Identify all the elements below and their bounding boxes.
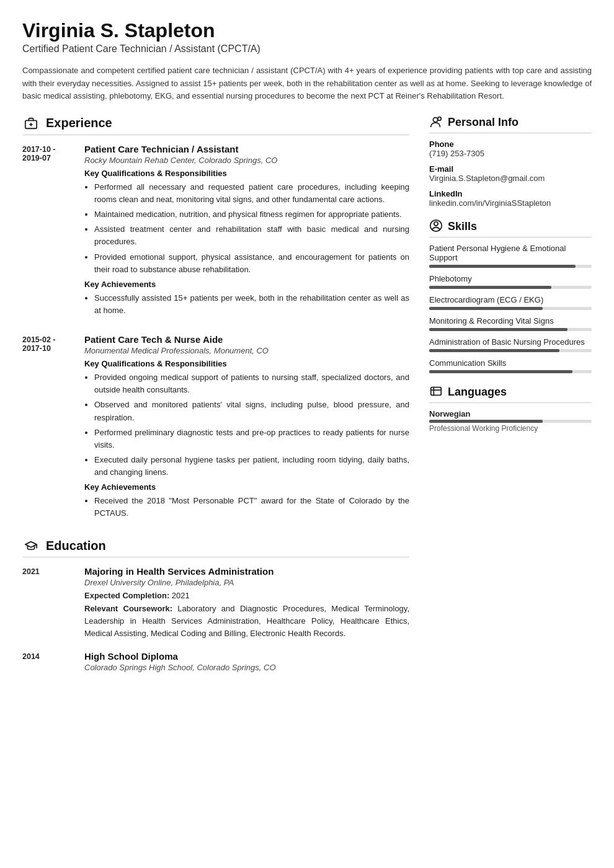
experience-entry-2: 2015-02 - 2017-10 Patient Care Tech & Nu…: [22, 334, 409, 523]
skill-5-bar-bg: [429, 349, 592, 352]
exp2-ach-heading: Key Achievements: [84, 482, 409, 492]
exp2-qual-4: Executed daily personal hygiene tasks pe…: [94, 454, 409, 479]
svg-point-4: [438, 117, 442, 120]
skill-1-bar-fill: [429, 265, 576, 268]
education-label: Education: [46, 539, 106, 553]
skill-3: Electrocardiogram (ECG / EKG): [429, 295, 592, 310]
phone-value: (719) 253-7305: [429, 149, 592, 158]
svg-rect-5: [431, 387, 442, 395]
exp1-company: Rocky Mountain Rehab Center, Colorado Sp…: [84, 156, 409, 165]
lang-1: Norwegian Professional Working Proficien…: [429, 409, 592, 433]
skill-6: Communication Skills: [429, 358, 592, 373]
email-item: E-mail Virginia.S.Stapleton@gmail.com: [429, 164, 592, 183]
exp1-qual-2: Maintained medication, nutrition, and ph…: [94, 208, 409, 221]
email-label: E-mail: [429, 164, 592, 174]
languages-section: Languages Norwegian Professional Working…: [429, 384, 592, 433]
education-entry-2: 2014 High School Diploma Colorado Spring…: [22, 651, 409, 675]
resume-page: Virginia S. Stapleton Certified Patient …: [0, 0, 614, 868]
edu2-date: 2014: [22, 651, 84, 675]
edu1-degree: Majoring in Health Services Administrati…: [84, 566, 409, 577]
linkedin-item: LinkedIn linkedin.com/in/VirginiaSStaple…: [429, 189, 592, 208]
svg-point-3: [433, 117, 437, 122]
edu2-body: High School Diploma Colorado Springs Hig…: [84, 651, 276, 675]
edu2-school: Colorado Springs High School, Colorado S…: [84, 663, 276, 672]
candidate-title: Certified Patient Care Technician / Assi…: [22, 43, 592, 55]
skills-header: Skills: [429, 219, 592, 234]
education-divider: [22, 557, 409, 557]
edu2-degree: High School Diploma: [84, 651, 276, 662]
education-entry-1: 2021 Majoring in Health Services Adminis…: [22, 566, 409, 640]
skill-6-bar-fill: [429, 370, 572, 373]
exp2-ach-1: Received the 2018 "Most Personable PCT" …: [94, 495, 409, 520]
skill-3-name: Electrocardiogram (ECG / EKG): [429, 295, 592, 304]
exp1-qual-4: Provided emotional support, physical ass…: [94, 251, 409, 276]
languages-icon: [429, 384, 443, 400]
email-value: Virginia.S.Stapleton@gmail.com: [429, 174, 592, 183]
skill-5: Administration of Basic Nursing Procedur…: [429, 337, 592, 352]
personal-info-section: Personal Info Phone (719) 253-7305 E-mai…: [429, 115, 592, 208]
skill-2-bar-fill: [429, 286, 551, 289]
edu1-completion-value: 2021: [169, 591, 190, 600]
skills-divider: [429, 237, 592, 237]
skill-2-bar-bg: [429, 286, 592, 289]
personal-info-divider: [429, 133, 592, 133]
personal-info-label: Personal Info: [448, 116, 518, 129]
candidate-name: Virginia S. Stapleton: [22, 19, 592, 42]
exp2-qual-2: Observed and monitored patients' vital s…: [94, 399, 409, 423]
exp2-qualifications: Provided ongoing medical support of pati…: [84, 371, 409, 479]
exp1-qual-3: Assisted treatment center and rehabilita…: [94, 223, 409, 248]
skill-3-bar-bg: [429, 307, 592, 310]
skill-4-name: Monitoring & Recording Vital Signs: [429, 316, 592, 326]
lang-1-bar-fill: [429, 420, 543, 423]
lang-1-level: Professional Working Proficiency: [429, 424, 592, 433]
exp1-title: Patient Care Technician / Assistant: [84, 144, 409, 154]
exp1-qualifications: Performed all necessary and requested pa…: [84, 181, 409, 276]
exp2-qual-3: Performed preliminary diagnostic tests a…: [94, 427, 409, 451]
exp1-date: 2017-10 - 2019-07: [22, 144, 84, 321]
experience-section-header: Experience: [22, 115, 409, 132]
skills-icon: [429, 219, 443, 234]
skill-5-name: Administration of Basic Nursing Procedur…: [429, 337, 592, 347]
skill-6-bar-bg: [429, 370, 592, 373]
skills-section: Skills Patient Personal Hygiene & Emotio…: [429, 219, 592, 373]
phone-label: Phone: [429, 140, 592, 149]
languages-header: Languages: [429, 384, 592, 400]
exp2-date: 2015-02 - 2017-10: [22, 334, 84, 523]
linkedin-label: LinkedIn: [429, 189, 592, 198]
lang-1-bar-bg: [429, 420, 592, 423]
exp2-qual-1: Provided ongoing medical support of pati…: [94, 371, 409, 396]
skills-label: Skills: [448, 220, 477, 233]
edu1-coursework: Relevant Coursework: Laboratory and Diag…: [84, 603, 409, 640]
skill-4: Monitoring & Recording Vital Signs: [429, 316, 592, 331]
languages-label: Languages: [448, 386, 507, 399]
personal-info-icon: [429, 115, 443, 130]
experience-entry-1: 2017-10 - 2019-07 Patient Care Technicia…: [22, 144, 409, 321]
skill-4-bar-fill: [429, 328, 567, 331]
summary-text: Compassionate and competent certified pa…: [22, 64, 592, 102]
skill-1: Patient Personal Hygiene & Emotional Sup…: [429, 244, 592, 268]
skill-6-name: Communication Skills: [429, 358, 592, 368]
edu1-date: 2021: [22, 566, 84, 640]
edu1-body: Majoring in Health Services Administrati…: [84, 566, 409, 640]
exp2-company: Monumental Medical Professionals, Monume…: [84, 346, 409, 355]
exp1-achievements: Successfully assisted 15+ patients per w…: [84, 292, 409, 317]
exp1-ach-heading: Key Achievements: [84, 280, 409, 289]
exp1-ach-1: Successfully assisted 15+ patients per w…: [94, 292, 409, 317]
lang-1-name: Norwegian: [429, 409, 592, 418]
exp1-qual-heading: Key Qualifications & Responsibilities: [84, 169, 409, 178]
linkedin-value: linkedin.com/in/VirginiaSStapleton: [429, 198, 592, 208]
education-icon: [22, 537, 40, 554]
education-section-header: Education: [22, 537, 409, 554]
personal-info-header: Personal Info: [429, 115, 592, 130]
main-column: Experience 2017-10 - 2019-07 Patient Car…: [22, 115, 429, 686]
exp1-qual-1: Performed all necessary and requested pa…: [94, 181, 409, 206]
exp1-body: Patient Care Technician / Assistant Rock…: [84, 144, 409, 321]
skill-5-bar-fill: [429, 349, 559, 352]
edu1-completion-label: Expected Completion:: [84, 591, 169, 600]
header-section: Virginia S. Stapleton Certified Patient …: [22, 19, 592, 55]
skill-3-bar-fill: [429, 307, 543, 310]
edu1-completion: Expected Completion: 2021: [84, 590, 409, 602]
edu1-school: Drexel University Online, Philadelphia, …: [84, 578, 409, 587]
exp2-body: Patient Care Tech & Nurse Aide Monumenta…: [84, 334, 409, 523]
skill-1-name: Patient Personal Hygiene & Emotional Sup…: [429, 244, 592, 262]
